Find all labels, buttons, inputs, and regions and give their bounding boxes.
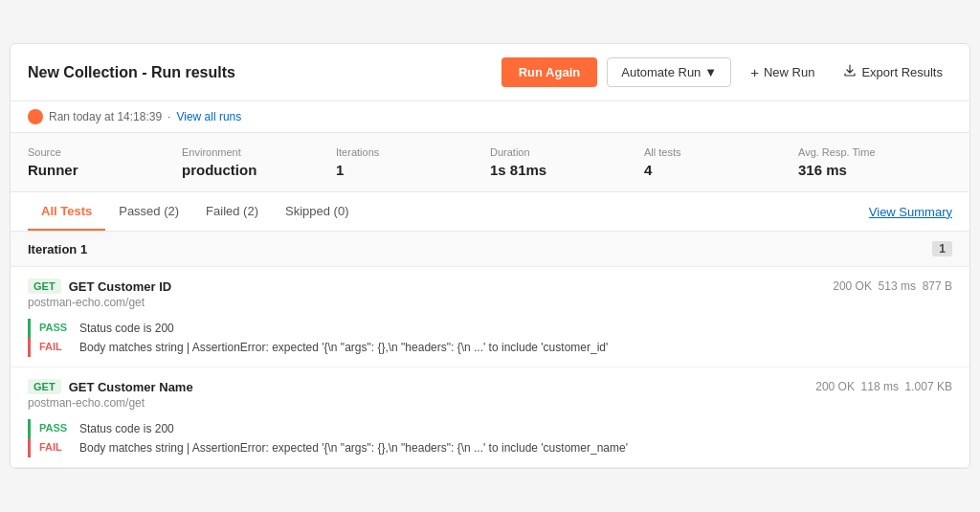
stat-source-value: Runner [28, 162, 182, 178]
request-title-1: GET GET Customer ID [28, 278, 171, 294]
header-actions: Run Again Automate Run ▼ + New Run Expor… [501, 57, 952, 87]
ran-text: Ran today at 14:18:39 [49, 110, 162, 123]
view-summary-button[interactable]: View Summary [869, 205, 952, 219]
export-results-button[interactable]: Export Results [834, 57, 952, 87]
test-result-row: PASS Status code is 200 [28, 319, 952, 338]
request-title-2: GET GET Customer Name [28, 379, 193, 394]
stat-all-tests: All tests 4 [644, 146, 798, 178]
tabs-row: All Tests Passed (2) Failed (2) Skipped … [11, 192, 969, 232]
request-header-1: GET GET Customer ID 200 OK 513 ms 877 B [28, 278, 952, 294]
separator: · [167, 110, 170, 123]
plus-icon: + [750, 64, 759, 80]
automate-run-button[interactable]: Automate Run ▼ [607, 57, 731, 87]
request-url-1: postman-echo.com/get [28, 296, 952, 309]
stat-source: Source Runner [28, 146, 182, 178]
tab-failed[interactable]: Failed (2) [192, 192, 272, 231]
stat-environment: Environment production [182, 146, 336, 178]
export-label: Export Results [861, 65, 943, 79]
stat-avg-resp: Avg. Resp. Time 316 ms [798, 146, 952, 178]
stat-all-tests-label: All tests [644, 146, 798, 158]
request-name-1: GET Customer ID [69, 279, 172, 294]
stat-environment-value: production [182, 162, 336, 178]
test-results-2: PASS Status code is 200 FAIL Body matche… [28, 415, 952, 467]
chevron-down-icon: ▼ [704, 65, 717, 79]
stat-duration-label: Duration [490, 146, 644, 158]
test-status-fail-1: FAIL [39, 341, 74, 352]
view-all-runs-link[interactable]: View all runs [176, 110, 241, 123]
stat-iterations-value: 1 [336, 162, 490, 178]
test-status-fail-2: FAIL [39, 441, 74, 453]
test-message-pass-2: Status code is 200 [79, 422, 174, 435]
postman-icon [28, 109, 43, 124]
stat-duration-value: 1s 81ms [490, 162, 644, 178]
stat-avg-resp-label: Avg. Resp. Time [798, 146, 952, 158]
test-message-fail-1: Body matches string | AssertionError: ex… [79, 341, 608, 354]
stat-environment-label: Environment [182, 146, 336, 158]
tab-passed[interactable]: Passed (2) [105, 192, 192, 231]
iteration-title: Iteration 1 [28, 242, 87, 256]
tab-skipped[interactable]: Skipped (0) [272, 192, 362, 231]
stat-source-label: Source [28, 146, 182, 158]
request-url-2: postman-echo.com/get [28, 396, 952, 410]
tab-all-tests[interactable]: All Tests [28, 192, 105, 231]
page-title: New Collection - Run results [28, 64, 235, 81]
iteration-header: Iteration 1 1 [11, 232, 969, 267]
request-header-2: GET GET Customer Name 200 OK 118 ms 1.00… [28, 379, 952, 394]
automate-run-label: Automate Run [621, 65, 701, 79]
stat-iterations-label: Iterations [336, 146, 490, 158]
iteration-badge: 1 [932, 241, 952, 256]
test-result-row: FAIL Body matches string | AssertionErro… [28, 438, 952, 457]
test-results-1: PASS Status code is 200 FAIL Body matche… [28, 315, 952, 367]
request-meta-2: 200 OK 118 ms 1.007 KB [815, 380, 952, 393]
stat-all-tests-value: 4 [644, 162, 798, 178]
method-badge-2: GET [28, 379, 61, 394]
test-message-fail-2: Body matches string | AssertionError: ex… [79, 441, 628, 455]
request-meta-1: 200 OK 513 ms 877 B [833, 279, 952, 293]
new-run-button[interactable]: + New Run [741, 57, 824, 87]
header: New Collection - Run results Run Again A… [11, 44, 969, 101]
test-message-pass-1: Status code is 200 [79, 322, 174, 335]
run-again-button[interactable]: Run Again [501, 57, 598, 87]
test-result-row: PASS Status code is 200 [28, 419, 952, 438]
stat-duration: Duration 1s 81ms [490, 146, 644, 178]
subheader: Ran today at 14:18:39 · View all runs [11, 101, 969, 133]
request-name-2: GET Customer Name [69, 380, 193, 394]
stat-avg-resp-value: 316 ms [798, 162, 952, 178]
method-badge-1: GET [28, 278, 61, 294]
stats-bar: Source Runner Environment production Ite… [11, 133, 969, 192]
stat-iterations: Iterations 1 [336, 146, 490, 178]
request-block-2: GET GET Customer Name 200 OK 118 ms 1.00… [11, 367, 969, 468]
tabs: All Tests Passed (2) Failed (2) Skipped … [28, 192, 363, 231]
test-result-row: FAIL Body matches string | AssertionErro… [28, 338, 952, 357]
new-run-label: New Run [764, 65, 814, 79]
request-block-1: GET GET Customer ID 200 OK 513 ms 877 B … [11, 267, 969, 367]
test-status-pass-2: PASS [39, 422, 74, 434]
test-status-pass-1: PASS [39, 322, 74, 333]
export-icon [843, 64, 857, 80]
